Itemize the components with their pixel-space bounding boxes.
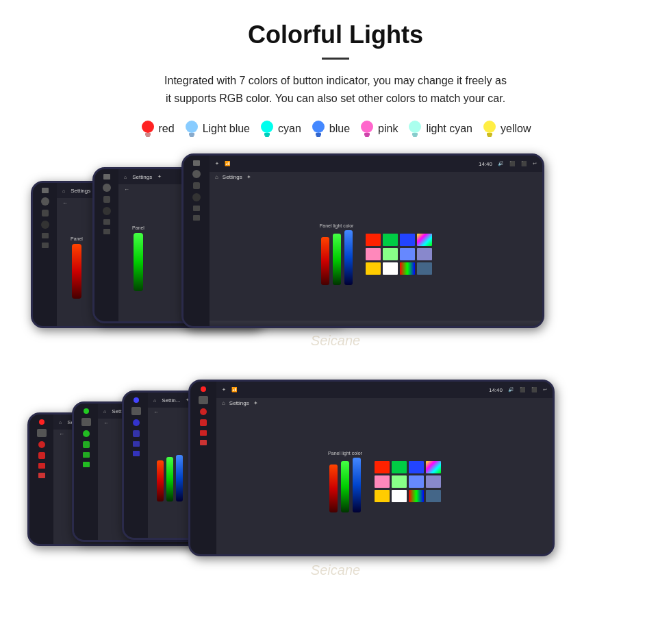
bulb-icon-cyan (259, 119, 275, 138)
page-description: Integrated with 7 colors of button indic… (27, 72, 644, 107)
title-divider (322, 58, 349, 60)
color-label-cyan: cyan (278, 123, 301, 135)
svg-rect-19 (487, 133, 492, 136)
svg-point-12 (361, 121, 373, 133)
bulb-icon-blue (311, 119, 326, 138)
color-label-blue: blue (329, 123, 350, 135)
top-devices-row: ⌂ Settings ✦ ← Panel (27, 153, 644, 352)
color-item-blue: blue (311, 119, 350, 138)
svg-point-15 (409, 121, 421, 133)
watermark-bottom: Seicane (311, 562, 360, 578)
svg-point-9 (312, 121, 325, 133)
color-label-pink: pink (378, 123, 398, 135)
svg-rect-4 (189, 133, 194, 136)
device-mockup-top-3: ✦ 📶 14:40 🔊 ⬛ ⬛ ↩ ⌂ Settings ✦ (181, 153, 544, 328)
color-label-yellow: yellow (501, 123, 531, 135)
color-label-lightcyan: light cyan (426, 123, 472, 135)
color-label-lightblue: Light blue (203, 123, 250, 135)
bottom-devices-row: ⌂ Settin... ✦ ← (27, 380, 644, 582)
color-item-pink: pink (359, 119, 398, 138)
svg-rect-2 (146, 136, 150, 137)
bulb-icon-lightblue (184, 119, 199, 138)
color-item-yellow: yellow (482, 119, 531, 138)
device-mockup-bottom-4: ✦ 📶 14:40 🔊 ⬛ ⬛ ↩ ⌂ Settings ✦ (188, 380, 555, 556)
svg-point-0 (142, 121, 154, 133)
svg-rect-16 (412, 133, 418, 136)
svg-rect-1 (145, 133, 151, 136)
svg-rect-7 (264, 133, 270, 136)
svg-rect-13 (364, 133, 370, 136)
color-item-cyan: cyan (259, 119, 301, 138)
bulb-icon-lightcyan (407, 119, 422, 138)
svg-rect-20 (488, 136, 492, 137)
watermark-top: Seicane (311, 333, 360, 349)
svg-rect-10 (316, 133, 321, 136)
svg-point-6 (261, 121, 273, 133)
colors-row: red Light blue cyan (27, 119, 644, 138)
color-item-lightcyan: light cyan (407, 119, 472, 138)
color-label-red: red (159, 123, 175, 135)
color-item-red: red (140, 119, 175, 138)
svg-rect-11 (316, 136, 320, 137)
svg-point-18 (483, 121, 496, 133)
bulb-icon-red (140, 119, 155, 138)
page-title: Colorful Lights (27, 21, 644, 49)
color-item-lightblue: Light blue (184, 119, 250, 138)
svg-rect-14 (365, 136, 369, 137)
svg-point-3 (186, 121, 198, 133)
svg-rect-8 (265, 136, 269, 137)
bulb-icon-yellow (482, 119, 497, 138)
bulb-icon-pink (359, 119, 375, 138)
devices-section: ⌂ Settings ✦ ← Panel (27, 153, 644, 582)
svg-rect-5 (190, 136, 194, 137)
page-container: Colorful Lights Integrated with 7 colors… (0, 0, 671, 595)
svg-rect-17 (413, 136, 417, 137)
